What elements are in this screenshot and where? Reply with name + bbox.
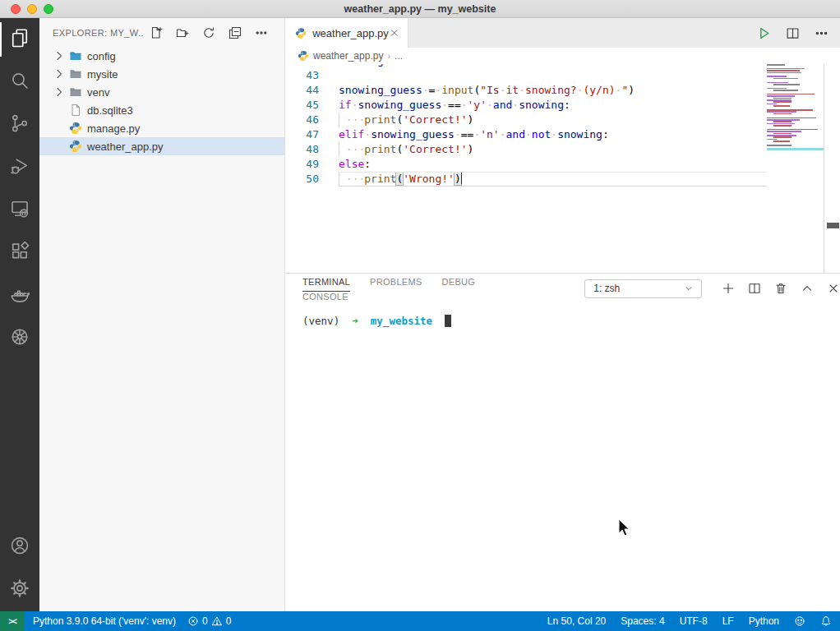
file-label: mysite <box>87 68 118 81</box>
activity-item-source-control[interactable] <box>0 104 39 146</box>
kubernetes-wheel-icon <box>10 327 30 350</box>
error-count: 0 <box>202 615 208 627</box>
editor-tab-bar: weather_app.py <box>285 18 840 48</box>
activity-item-accounts[interactable] <box>0 526 39 569</box>
cursor-position-status[interactable]: Ln 50, Col 20 <box>547 615 606 627</box>
new-file-button[interactable] <box>150 26 163 39</box>
language-status[interactable]: Python <box>749 615 779 627</box>
new-folder-button[interactable] <box>176 26 189 39</box>
panel-tab-problems[interactable]: PROBLEMS <box>370 274 422 291</box>
code-text: snowing_guess·=·input("Is·it·snowing?·(y… <box>319 83 635 98</box>
more-actions-button[interactable] <box>815 26 828 40</box>
file-row-db-sqlite3[interactable]: db.sqlite3 <box>39 101 284 119</box>
kill-terminal-button[interactable] <box>774 282 787 295</box>
code-line-45[interactable]: 45if·snowing_guess·==·'y'·and·snowing: <box>285 98 840 113</box>
python-interpreter-status[interactable]: Python 3.9.0 64-bit ('venv': venv) <box>33 615 176 627</box>
file-label: venv <box>87 86 109 99</box>
encoding-status[interactable]: UTF-8 <box>680 615 708 627</box>
close-tab-icon[interactable] <box>389 27 399 39</box>
line-number: 43 <box>285 68 319 83</box>
window-title: weather_app.py — my_website <box>344 3 496 15</box>
new-terminal-button[interactable] <box>722 282 735 295</box>
tab-weather-app[interactable]: weather_app.py <box>285 18 408 48</box>
split-terminal-button[interactable] <box>748 282 761 295</box>
file-label: manage.py <box>87 122 140 135</box>
debug-icon <box>10 156 30 179</box>
file-row-manage-py[interactable]: manage.py <box>39 119 284 137</box>
status-bar-right: Ln 50, Col 20 Spaces: 4 UTF-8 LF Python <box>547 615 832 627</box>
python-icon <box>298 50 309 62</box>
zoom-window-button[interactable] <box>44 4 53 14</box>
remote-indicator[interactable]: >< <box>0 611 25 631</box>
code-line-49[interactable]: 49else: <box>285 157 840 172</box>
run-file-button[interactable] <box>757 26 771 40</box>
breadcrumb-symbol[interactable]: ... <box>395 50 403 62</box>
remote-explorer-icon <box>10 199 30 222</box>
activity-bar <box>0 18 39 611</box>
python-icon <box>295 27 307 39</box>
split-editor-button[interactable] <box>786 26 800 40</box>
line-number: 48 <box>285 142 319 157</box>
file-row-venv[interactable]: venv <box>39 83 284 101</box>
minimap[interactable] <box>767 64 824 273</box>
python-icon <box>69 140 82 153</box>
close-panel-button[interactable] <box>827 282 840 295</box>
activity-item-docker[interactable] <box>0 274 39 317</box>
terminal-select[interactable]: 1: zsh <box>584 279 702 298</box>
explorer-sidebar: EXPLORER: MY_W... configmysitevenvdb.sql… <box>39 18 285 611</box>
status-bar-left: Python 3.9.0 64-bit ('venv': venv) 0 0 <box>33 615 231 627</box>
breadcrumb[interactable]: weather_app.py › ... <box>285 48 840 64</box>
code-line-47[interactable]: 47elif·snowing_guess·==·'n'·and·not·snow… <box>285 127 840 142</box>
code-text: ···print('Wrong!') <box>319 172 462 187</box>
line-number: 46 <box>285 113 319 127</box>
file-label: db.sqlite3 <box>87 104 133 117</box>
close-window-button[interactable] <box>11 4 21 14</box>
indentation-status[interactable]: Spaces: 4 <box>621 615 664 627</box>
explorer-header: EXPLORER: MY_W... <box>39 18 284 47</box>
collapse-folders-button[interactable] <box>228 26 242 39</box>
gear-icon <box>10 578 30 601</box>
code-text: elif·snowing_guess·==·'n'·and·not·snowin… <box>319 127 609 142</box>
notifications-bell-icon[interactable] <box>820 615 832 627</box>
terminal-panel: TERMINALPROBLEMSDEBUG CONSOLE 1: zsh (ve… <box>285 273 840 611</box>
tab-label: weather_app.py <box>312 27 389 39</box>
terminal-output[interactable]: (venv) ➜ my_website <box>285 303 840 327</box>
panel-actions <box>722 282 840 295</box>
code-line-43[interactable]: 43 <box>285 68 840 83</box>
docker-whale-icon <box>10 284 30 307</box>
terminal-cwd: my_website <box>371 315 432 327</box>
minimize-window-button[interactable] <box>27 4 37 14</box>
file-row-config[interactable]: config <box>39 47 284 65</box>
extensions-icon <box>10 242 30 265</box>
file-row-mysite[interactable]: mysite <box>39 65 284 83</box>
file-tree: configmysitevenvdb.sqlite3manage.pyweath… <box>39 47 284 155</box>
explorer-title: EXPLORER: MY_W... <box>53 28 143 38</box>
file-row-weather-app-py[interactable]: weather_app.py <box>39 137 284 155</box>
activity-item-explorer[interactable] <box>0 18 39 61</box>
feedback-icon[interactable] <box>794 615 805 627</box>
code-text: if·snowing_guess·==·'y'·and·snowing: <box>319 98 570 113</box>
problems-status[interactable]: 0 0 <box>187 615 231 627</box>
editor-actions <box>757 18 840 48</box>
activity-item-settings[interactable] <box>0 569 39 611</box>
code-line-46[interactable]: 46···print('Correct!') <box>285 113 840 127</box>
activity-item-extensions[interactable] <box>0 232 39 274</box>
breadcrumb-file[interactable]: weather_app.py <box>313 50 383 62</box>
activity-item-run-debug[interactable] <box>0 146 39 189</box>
vscode-window: weather_app.py — my_website EXPLORER: MY… <box>0 0 840 631</box>
eol-status[interactable]: LF <box>722 615 734 627</box>
python-icon <box>69 122 82 135</box>
activity-item-search[interactable] <box>0 61 39 104</box>
code-line-48[interactable]: 48···print('Correct!') <box>285 142 840 157</box>
error-icon <box>187 615 199 627</box>
title-bar: weather_app.py — my_website <box>0 0 840 18</box>
activity-item-kubernetes[interactable] <box>0 317 39 360</box>
more-button[interactable] <box>255 26 268 39</box>
code-line-44[interactable]: 44snowing_guess·=·input("Is·it·snowing?·… <box>285 83 840 98</box>
refresh-button[interactable] <box>202 26 215 39</box>
activity-item-remote-explorer[interactable] <box>0 189 39 232</box>
line-number: 47 <box>285 127 319 142</box>
code-editor[interactable]: 42snowing·=·False4344snowing_guess·=·inp… <box>285 64 840 273</box>
maximize-panel-button[interactable] <box>801 282 814 295</box>
code-line-50[interactable]: 50···print('Wrong!') <box>285 172 840 187</box>
